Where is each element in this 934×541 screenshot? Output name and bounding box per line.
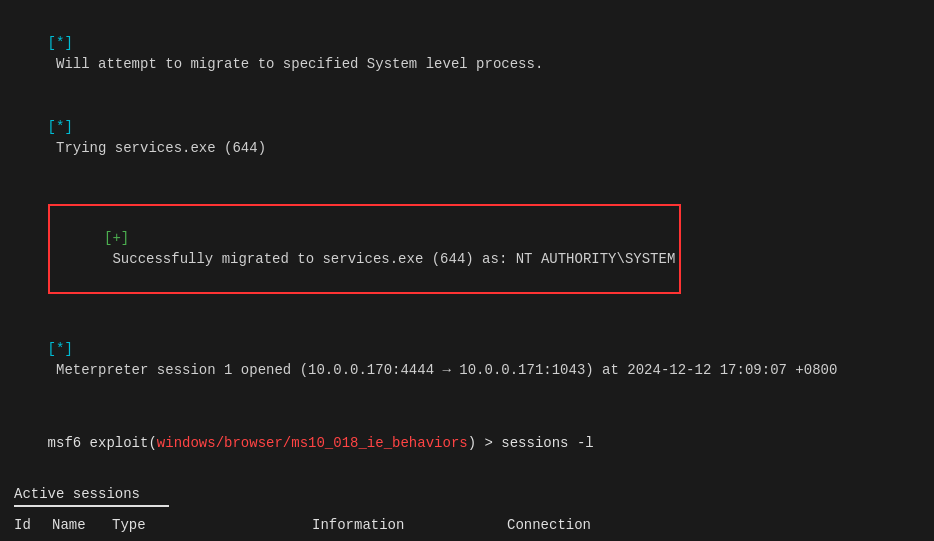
- active-sessions-label: Active sessions: [14, 484, 920, 505]
- text-session-opened: Meterpreter session 1 opened (10.0.0.170…: [48, 362, 838, 378]
- divider-information: -----------: [312, 535, 507, 541]
- text-success: Successfully migrated to services.exe (6…: [104, 251, 675, 267]
- col-header-connection: Connection: [507, 517, 747, 533]
- line-will-attempt: [*] Will attempt to migrate to specified…: [14, 12, 920, 96]
- col-header-name: Name: [52, 517, 112, 533]
- line-session-opened: [*] Meterpreter session 1 opened (10.0.0…: [14, 318, 920, 402]
- prefix-plus: [+]: [104, 230, 129, 246]
- prefix-asterisk-2: [*]: [48, 119, 73, 135]
- prompt-cmd-1: ) > sessions -l: [468, 435, 594, 451]
- col-header-type: Type: [112, 517, 312, 533]
- divider-id: --: [14, 535, 52, 541]
- divider-name: ----: [52, 535, 112, 541]
- text-trying: Trying services.exe (644): [48, 140, 266, 156]
- divider-type: ----: [112, 535, 312, 541]
- prompt-line-1: msf6 exploit(windows/browser/ms10_018_ie…: [14, 412, 920, 475]
- line-success: [+] Successfully migrated to services.ex…: [14, 182, 920, 316]
- table-divider-row: -- ---- ---- ----------- ----------: [14, 535, 920, 541]
- prefix-asterisk-3: [*]: [48, 341, 73, 357]
- table-header-row: Id Name Type Information Connection: [14, 517, 920, 533]
- prefix-asterisk-1: [*]: [48, 35, 73, 51]
- col-header-id: Id: [14, 517, 52, 533]
- terminal-window: [*] Will attempt to migrate to specified…: [0, 0, 934, 541]
- msf6-label-1: msf6 exploit(: [48, 435, 157, 451]
- sessions-divider: [14, 505, 169, 507]
- col-header-information: Information: [312, 517, 507, 533]
- line-trying: [*] Trying services.exe (644): [14, 96, 920, 180]
- text-will-attempt: Will attempt to migrate to specified Sys…: [48, 56, 544, 72]
- divider-connection: ----------: [507, 535, 747, 541]
- module-name-1: windows/browser/ms10_018_ie_behaviors: [157, 435, 468, 451]
- success-highlight-box: [+] Successfully migrated to services.ex…: [48, 204, 682, 294]
